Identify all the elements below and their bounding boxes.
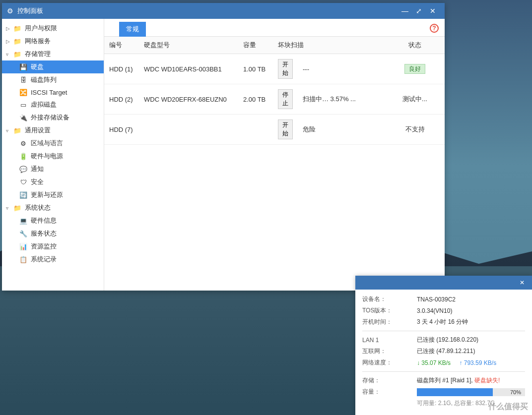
sidebar-item-资源监控[interactable]: 📊资源监控	[2, 240, 104, 253]
tree-icon: 📁	[13, 50, 22, 58]
tree-icon: 🛡	[19, 178, 28, 186]
sidebar-item-区域与语言[interactable]: ⚙区域与语言	[2, 137, 104, 150]
tree-icon: 📋	[19, 255, 28, 263]
tree-icon: 💾	[19, 63, 28, 71]
sidebar-item-label: 网络服务	[25, 37, 51, 46]
sidebar-item-网络服务[interactable]: ▷📁网络服务	[2, 35, 104, 48]
sidebar-item-安全[interactable]: 🛡安全	[2, 176, 104, 188]
sidebar-item-label: 更新与还原	[31, 190, 63, 199]
sidebar-item-label: 系统记录	[31, 255, 57, 264]
sidebar-item-硬盘[interactable]: 💾硬盘	[2, 60, 104, 73]
sidebar-item-磁盘阵列[interactable]: 🗄磁盘阵列	[2, 73, 104, 86]
expand-arrow-icon: ▷	[6, 39, 12, 44]
titlebar[interactable]: ⚙ 控制面板 — ⤢ ✕	[2, 3, 445, 19]
sidebar-item-系统状态[interactable]: ▿📁系统状态	[2, 201, 104, 214]
scan-action-button[interactable]: 开始	[278, 119, 293, 139]
sidebar-item-label: 通知	[31, 165, 44, 174]
sidebar-item-label: 存储管理	[25, 50, 51, 59]
sidebar-item-label: 区域与语言	[31, 139, 63, 148]
capacity-progress: 70%	[417, 388, 525, 396]
info-row-uptime: 开机时间：3 天 4 小时 16 分钟	[362, 316, 525, 328]
info-header: ✕	[355, 276, 532, 290]
col-model: 硬盘型号	[139, 37, 238, 54]
tree-icon: 📁	[13, 24, 22, 32]
col-capacity: 容量	[238, 37, 273, 54]
expand-arrow-icon: ▷	[6, 26, 12, 31]
col-scan: 坏块扫描	[273, 37, 385, 54]
expand-arrow-icon: ▿	[6, 205, 12, 211]
system-info-panel: ✕ 设备名：TNAS-0039C2 TOS版本：3.0.34(VN10) 开机时…	[355, 276, 532, 415]
minimize-button[interactable]: —	[398, 5, 412, 17]
control-panel-window: ⚙ 控制面板 — ⤢ ✕ ▷📁用户与权限▷📁网络服务▿📁存储管理💾硬盘🗄磁盘阵列…	[2, 3, 445, 291]
info-row-usage: 可用量: 2.1G, 总容量: 832.7G	[362, 398, 525, 409]
maximize-button[interactable]: ⤢	[412, 5, 426, 17]
sidebar-item-label: 磁盘阵列	[31, 75, 57, 84]
status-badge: 良好	[404, 64, 425, 74]
sidebar-item-存储管理[interactable]: ▿📁存储管理	[2, 48, 104, 60]
sidebar-item-外接存储设备[interactable]: 🔌外接存储设备	[2, 111, 104, 124]
table-row[interactable]: HDD (1)WDC WD10EARS-003BB11.00 TB开始---良好	[104, 54, 445, 84]
disk-table: 编号 硬盘型号 容量 坏块扫描 状态 HDD (1)WDC WD10EARS-0…	[104, 37, 445, 291]
tree-icon: 🔌	[19, 114, 28, 121]
sidebar-item-通用设置[interactable]: ▿📁通用设置	[2, 124, 104, 137]
sidebar-item-硬件信息[interactable]: 💻硬件信息	[2, 214, 104, 227]
tabs-row: 常规 ?	[104, 19, 445, 37]
tree-icon: 🔋	[19, 152, 28, 160]
sidebar-item-label: 硬盘	[31, 62, 44, 71]
sidebar-item-label: 外接存储设备	[31, 113, 69, 122]
info-close-button[interactable]: ✕	[516, 278, 528, 288]
sidebar-item-label: 安全	[31, 178, 44, 186]
tree-icon: ▭	[19, 101, 28, 109]
sidebar-item-更新与还原[interactable]: 🔄更新与还原	[2, 188, 104, 201]
tree-icon: 🔄	[19, 191, 28, 199]
sidebar-item-硬件与电源[interactable]: 🔋硬件与电源	[2, 150, 104, 163]
window-title: 控制面板	[17, 6, 43, 15]
sidebar-item-label: 通用设置	[25, 126, 51, 135]
sidebar-item-label: 虚拟磁盘	[31, 100, 57, 109]
table-row[interactable]: HDD (2)WDC WD20EFRX-68EUZN02.00 TB停止扫描中……	[104, 84, 445, 115]
tree-icon: 🔧	[19, 230, 28, 237]
col-id: 编号	[104, 37, 139, 54]
sidebar-item-label: 服务状态	[31, 229, 57, 238]
tree-icon: 💻	[19, 217, 28, 225]
sidebar-item-用户与权限[interactable]: ▷📁用户与权限	[2, 22, 104, 35]
download-icon: ↓	[417, 359, 420, 366]
info-row-speed: 网络速度： ↓ 35.07 KB/s ↑ 793.59 KB/s	[362, 357, 525, 368]
tree-icon: 🗄	[19, 76, 28, 84]
tree-icon: 📊	[19, 242, 28, 250]
sidebar-item-label: 系统状态	[25, 203, 51, 212]
help-icon[interactable]: ?	[430, 24, 439, 33]
close-button[interactable]: ✕	[426, 5, 440, 17]
expand-arrow-icon: ▿	[6, 52, 12, 57]
sidebar-item-label: 硬件信息	[31, 216, 57, 225]
sidebar-item-label: 用户与权限	[25, 24, 57, 33]
sidebar-item-通知[interactable]: 💬通知	[2, 163, 104, 176]
sidebar-item-服务状态[interactable]: 🔧服务状态	[2, 227, 104, 240]
sidebar-item-ISCSI Target[interactable]: 🔀ISCSI Target	[2, 86, 104, 98]
info-row-wan: 互联网：已连接 (47.89.12.211)	[362, 346, 525, 357]
upload-icon: ↑	[459, 359, 462, 366]
gear-icon: ⚙	[7, 7, 13, 15]
sidebar-item-label: 硬件与电源	[31, 152, 63, 161]
tree-icon: 📁	[13, 204, 22, 212]
content-area: 常规 ? 编号 硬盘型号 容量 坏块扫描 状态 HDD (1)WDC WD10E…	[104, 19, 445, 291]
sidebar-item-label: 资源监控	[31, 242, 57, 251]
sidebar-item-虚拟磁盘[interactable]: ▭虚拟磁盘	[2, 98, 104, 111]
sidebar-item-label: ISCSI Target	[31, 89, 67, 96]
table-row[interactable]: HDD (7)开始危险不支持	[104, 115, 445, 145]
tree-icon: ⚙	[19, 139, 28, 147]
info-row-capacity: 容量： 70%	[362, 386, 525, 398]
sidebar: ▷📁用户与权限▷📁网络服务▿📁存储管理💾硬盘🗄磁盘阵列🔀ISCSI Target…	[2, 19, 104, 291]
tree-icon: 📁	[13, 37, 22, 45]
scan-action-button[interactable]: 开始	[278, 59, 293, 79]
info-row-storage: 存储： 磁盘阵列 #1 [Raid 1], 硬盘缺失!	[362, 375, 525, 386]
info-row-device: 设备名：TNAS-0039C2	[362, 294, 525, 305]
scan-action-button[interactable]: 停止	[278, 89, 293, 109]
col-status: 状态	[385, 37, 445, 54]
tree-icon: 💬	[19, 165, 28, 173]
tree-icon: 🔀	[19, 88, 28, 96]
sidebar-item-系统记录[interactable]: 📋系统记录	[2, 253, 104, 266]
tab-general[interactable]: 常规	[119, 22, 146, 37]
tree-icon: 📁	[13, 126, 22, 134]
expand-arrow-icon: ▿	[6, 128, 12, 133]
